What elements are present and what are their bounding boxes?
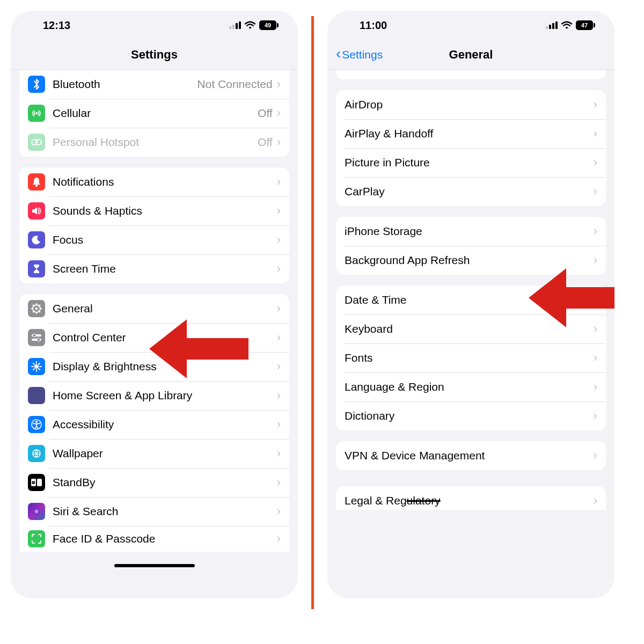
row-vpn-device-management[interactable]: VPN & Device Management › [336, 441, 606, 470]
row-personal-hotspot[interactable]: Personal Hotspot Off › [19, 128, 289, 157]
row-label: Language & Region [345, 380, 594, 393]
chevron-right-icon: › [594, 351, 597, 365]
back-button[interactable]: ‹ Settings [336, 40, 383, 69]
back-label: Settings [342, 48, 383, 61]
row-label: Notifications [53, 175, 277, 188]
focus-icon [28, 231, 45, 248]
row-value: Not Connected [197, 78, 273, 91]
row-background-app-refresh[interactable]: Background App Refresh › [336, 246, 606, 275]
row-screen-time[interactable]: Screen Time › [19, 254, 289, 283]
row-label: Bluetooth [53, 78, 197, 91]
row-label: StandBy [53, 476, 277, 489]
row-label: Display & Brightness [53, 360, 277, 373]
chevron-right-icon: › [594, 253, 597, 267]
chevron-left-icon: ‹ [336, 46, 341, 61]
chevron-right-icon: › [594, 494, 597, 508]
settings-screen: 12:13 49 Settings Bluetooth Not Connecte… [11, 11, 298, 598]
group-alerts: Notifications › Sounds & Haptics › Focus… [19, 167, 289, 283]
row-label: Screen Time [53, 262, 277, 275]
svg-rect-43 [546, 26, 548, 29]
brightness-icon [28, 358, 45, 375]
chevron-right-icon: › [277, 262, 281, 276]
row-label: VPN & Device Management [345, 449, 594, 462]
row-language-region[interactable]: Language & Region › [336, 372, 606, 401]
row-sounds-haptics[interactable]: Sounds & Haptics › [19, 196, 289, 225]
chevron-right-icon: › [277, 447, 281, 460]
row-label: Home Screen & App Library [53, 389, 277, 402]
nav-title: Settings [131, 48, 178, 62]
group-connectivity: Bluetooth Not Connected › Cellular Off › [19, 70, 289, 157]
standby-icon [28, 474, 45, 491]
status-bar: 12:13 49 [11, 11, 298, 40]
row-home-screen[interactable]: Home Screen & App Library › [19, 381, 289, 410]
row-notifications[interactable]: Notifications › [19, 167, 289, 196]
row-siri-search[interactable]: Siri & Search › [19, 497, 289, 526]
row-date-time[interactable]: Date & Time › [336, 286, 606, 314]
svg-point-7 [35, 185, 38, 187]
chevron-right-icon: › [594, 224, 597, 238]
row-label: AirPlay & Handoff [345, 127, 594, 140]
row-display-brightness[interactable]: Display & Brightness › [19, 352, 289, 381]
row-label: Cellular [53, 107, 258, 120]
chevron-right-icon: › [277, 504, 281, 518]
chevron-right-icon: › [277, 331, 281, 345]
svg-point-21 [37, 338, 40, 341]
hotspot-icon [28, 134, 45, 151]
row-keyboard[interactable]: Keyboard › [336, 314, 606, 343]
chevron-right-icon: › [594, 185, 597, 199]
row-cellular[interactable]: Cellular Off › [19, 99, 289, 128]
status-time: 12:13 [43, 19, 70, 32]
row-airdrop[interactable]: AirDrop › [336, 90, 606, 119]
row-label: Date & Time [345, 294, 594, 306]
row-bluetooth[interactable]: Bluetooth Not Connected › [19, 70, 289, 99]
chevron-right-icon: › [277, 302, 281, 316]
chevron-right-icon: › [594, 409, 597, 423]
svg-rect-45 [552, 23, 554, 29]
row-accessibility[interactable]: Accessibility › [19, 410, 289, 439]
svg-line-28 [39, 369, 40, 370]
row-label: Control Center [53, 331, 277, 344]
chevron-right-icon: › [277, 77, 281, 91]
row-label: iPhone Storage [345, 225, 594, 238]
battery-icon: 47 [576, 20, 593, 30]
row-control-center[interactable]: Control Center › [19, 323, 289, 352]
cellular-signal-icon [546, 21, 558, 29]
status-time: 11:00 [360, 19, 387, 32]
row-airplay-handoff[interactable]: AirPlay & Handoff › [336, 119, 606, 148]
home-indicator[interactable] [114, 564, 195, 567]
screenshot-divider [311, 16, 314, 609]
chevron-right-icon: › [594, 127, 597, 141]
chevron-right-icon: › [277, 175, 281, 189]
wallpaper-icon [28, 445, 45, 462]
chevron-right-icon: › [277, 532, 281, 546]
row-value: Off [258, 136, 273, 149]
row-label: Siri & Search [53, 505, 277, 518]
row-carplay[interactable]: CarPlay › [336, 177, 606, 206]
row-wallpaper[interactable]: Wallpaper › [19, 439, 289, 468]
row-focus[interactable]: Focus › [19, 225, 289, 254]
row-label: Accessibility [53, 418, 277, 431]
row-fonts[interactable]: Fonts › [336, 343, 606, 372]
svg-point-22 [34, 364, 39, 369]
row-dictionary[interactable]: Dictionary › [336, 401, 606, 430]
cellular-icon [28, 105, 45, 122]
row-general[interactable]: General › [19, 294, 289, 323]
general-screen: 11:00 47 ‹ Settings General AirDrop › [327, 11, 614, 598]
row-iphone-storage[interactable]: iPhone Storage › [336, 217, 606, 246]
nav-bar: Settings [11, 40, 298, 70]
row-label: Sounds & Haptics [53, 204, 277, 217]
chevron-right-icon: › [594, 322, 597, 336]
row-faceid-passcode[interactable]: Face ID & Passcode › [19, 526, 289, 552]
wifi-icon [561, 21, 573, 30]
row-legal-regulatory[interactable]: Legal & Regulatory › [336, 486, 606, 510]
group-storage: iPhone Storage › Background App Refresh … [336, 217, 606, 275]
sounds-icon [28, 202, 45, 219]
row-standby[interactable]: StandBy › [19, 468, 289, 497]
row-label: Wallpaper [53, 447, 277, 460]
chevron-right-icon: › [594, 380, 597, 394]
group-legal: Legal & Regulatory › [336, 486, 606, 510]
svg-rect-35 [37, 479, 42, 486]
chevron-right-icon: › [277, 135, 281, 149]
chevron-right-icon: › [594, 98, 597, 112]
row-picture-in-picture[interactable]: Picture in Picture › [336, 148, 606, 177]
